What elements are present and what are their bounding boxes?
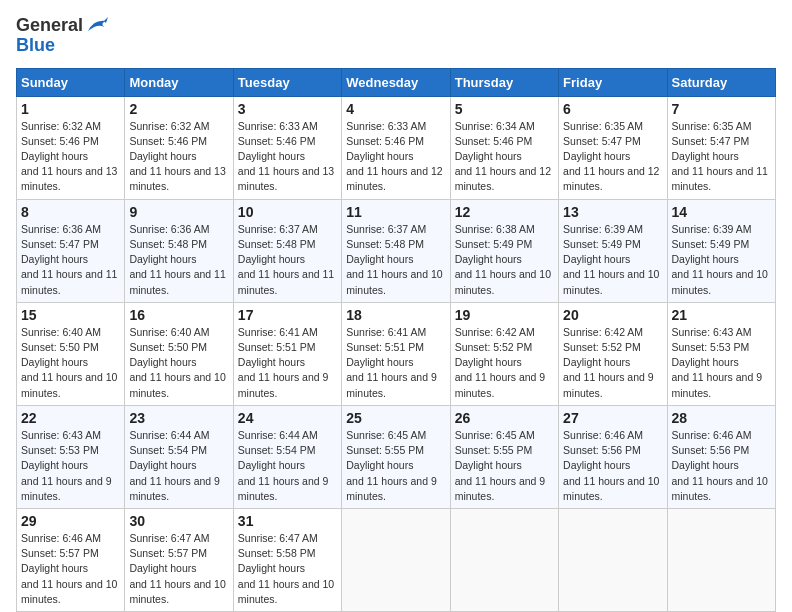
day-detail: Sunrise: 6:41 AMSunset: 5:51 PMDaylight … (346, 325, 445, 401)
day-number: 28 (672, 410, 771, 426)
calendar-day-cell: 14Sunrise: 6:39 AMSunset: 5:49 PMDayligh… (667, 199, 775, 302)
calendar-week-row: 22Sunrise: 6:43 AMSunset: 5:53 PMDayligh… (17, 405, 776, 508)
calendar-day-cell: 25Sunrise: 6:45 AMSunset: 5:55 PMDayligh… (342, 405, 450, 508)
day-number: 4 (346, 101, 445, 117)
day-detail: Sunrise: 6:35 AMSunset: 5:47 PMDaylight … (672, 119, 771, 195)
calendar-day-cell (667, 508, 775, 611)
calendar-day-cell: 22Sunrise: 6:43 AMSunset: 5:53 PMDayligh… (17, 405, 125, 508)
day-number: 31 (238, 513, 337, 529)
calendar-day-cell: 30Sunrise: 6:47 AMSunset: 5:57 PMDayligh… (125, 508, 233, 611)
day-detail: Sunrise: 6:36 AMSunset: 5:47 PMDaylight … (21, 222, 120, 298)
day-detail: Sunrise: 6:36 AMSunset: 5:48 PMDaylight … (129, 222, 228, 298)
day-number: 23 (129, 410, 228, 426)
day-detail: Sunrise: 6:44 AMSunset: 5:54 PMDaylight … (238, 428, 337, 504)
day-number: 12 (455, 204, 554, 220)
calendar-day-cell: 11Sunrise: 6:37 AMSunset: 5:48 PMDayligh… (342, 199, 450, 302)
calendar-day-cell: 17Sunrise: 6:41 AMSunset: 5:51 PMDayligh… (233, 302, 341, 405)
calendar-day-cell: 8Sunrise: 6:36 AMSunset: 5:47 PMDaylight… (17, 199, 125, 302)
weekday-header: Saturday (667, 68, 775, 96)
calendar-day-cell: 28Sunrise: 6:46 AMSunset: 5:56 PMDayligh… (667, 405, 775, 508)
calendar-day-cell: 7Sunrise: 6:35 AMSunset: 5:47 PMDaylight… (667, 96, 775, 199)
day-number: 26 (455, 410, 554, 426)
day-number: 14 (672, 204, 771, 220)
calendar-day-cell: 3Sunrise: 6:33 AMSunset: 5:46 PMDaylight… (233, 96, 341, 199)
day-number: 10 (238, 204, 337, 220)
calendar-day-cell: 23Sunrise: 6:44 AMSunset: 5:54 PMDayligh… (125, 405, 233, 508)
day-detail: Sunrise: 6:35 AMSunset: 5:47 PMDaylight … (563, 119, 662, 195)
day-number: 2 (129, 101, 228, 117)
day-number: 30 (129, 513, 228, 529)
day-detail: Sunrise: 6:45 AMSunset: 5:55 PMDaylight … (346, 428, 445, 504)
calendar-day-cell: 29Sunrise: 6:46 AMSunset: 5:57 PMDayligh… (17, 508, 125, 611)
logo-container: General Blue (16, 16, 108, 56)
calendar-day-cell: 1Sunrise: 6:32 AMSunset: 5:46 PMDaylight… (17, 96, 125, 199)
day-detail: Sunrise: 6:37 AMSunset: 5:48 PMDaylight … (346, 222, 445, 298)
day-number: 3 (238, 101, 337, 117)
day-detail: Sunrise: 6:47 AMSunset: 5:57 PMDaylight … (129, 531, 228, 607)
calendar-day-cell: 24Sunrise: 6:44 AMSunset: 5:54 PMDayligh… (233, 405, 341, 508)
calendar-day-cell: 9Sunrise: 6:36 AMSunset: 5:48 PMDaylight… (125, 199, 233, 302)
calendar-day-cell: 15Sunrise: 6:40 AMSunset: 5:50 PMDayligh… (17, 302, 125, 405)
header: General Blue (16, 16, 776, 56)
calendar-week-row: 29Sunrise: 6:46 AMSunset: 5:57 PMDayligh… (17, 508, 776, 611)
day-detail: Sunrise: 6:44 AMSunset: 5:54 PMDaylight … (129, 428, 228, 504)
day-detail: Sunrise: 6:43 AMSunset: 5:53 PMDaylight … (672, 325, 771, 401)
day-number: 15 (21, 307, 120, 323)
day-number: 19 (455, 307, 554, 323)
day-detail: Sunrise: 6:33 AMSunset: 5:46 PMDaylight … (346, 119, 445, 195)
day-detail: Sunrise: 6:40 AMSunset: 5:50 PMDaylight … (129, 325, 228, 401)
day-number: 13 (563, 204, 662, 220)
day-detail: Sunrise: 6:45 AMSunset: 5:55 PMDaylight … (455, 428, 554, 504)
day-number: 24 (238, 410, 337, 426)
calendar-week-row: 15Sunrise: 6:40 AMSunset: 5:50 PMDayligh… (17, 302, 776, 405)
day-number: 7 (672, 101, 771, 117)
day-number: 16 (129, 307, 228, 323)
calendar-day-cell: 4Sunrise: 6:33 AMSunset: 5:46 PMDaylight… (342, 96, 450, 199)
day-number: 18 (346, 307, 445, 323)
day-detail: Sunrise: 6:32 AMSunset: 5:46 PMDaylight … (129, 119, 228, 195)
weekday-header: Wednesday (342, 68, 450, 96)
day-detail: Sunrise: 6:43 AMSunset: 5:53 PMDaylight … (21, 428, 120, 504)
calendar-day-cell: 2Sunrise: 6:32 AMSunset: 5:46 PMDaylight… (125, 96, 233, 199)
day-detail: Sunrise: 6:46 AMSunset: 5:57 PMDaylight … (21, 531, 120, 607)
calendar-day-cell (342, 508, 450, 611)
day-detail: Sunrise: 6:42 AMSunset: 5:52 PMDaylight … (455, 325, 554, 401)
calendar-table: SundayMondayTuesdayWednesdayThursdayFrid… (16, 68, 776, 612)
day-number: 29 (21, 513, 120, 529)
logo-bird-icon (86, 17, 108, 35)
day-detail: Sunrise: 6:34 AMSunset: 5:46 PMDaylight … (455, 119, 554, 195)
day-detail: Sunrise: 6:47 AMSunset: 5:58 PMDaylight … (238, 531, 337, 607)
day-number: 22 (21, 410, 120, 426)
day-number: 1 (21, 101, 120, 117)
calendar-day-cell: 12Sunrise: 6:38 AMSunset: 5:49 PMDayligh… (450, 199, 558, 302)
calendar-week-row: 8Sunrise: 6:36 AMSunset: 5:47 PMDaylight… (17, 199, 776, 302)
calendar-day-cell: 5Sunrise: 6:34 AMSunset: 5:46 PMDaylight… (450, 96, 558, 199)
weekday-header: Friday (559, 68, 667, 96)
day-number: 25 (346, 410, 445, 426)
day-detail: Sunrise: 6:33 AMSunset: 5:46 PMDaylight … (238, 119, 337, 195)
day-number: 11 (346, 204, 445, 220)
logo: General Blue (16, 16, 108, 56)
calendar-week-row: 1Sunrise: 6:32 AMSunset: 5:46 PMDaylight… (17, 96, 776, 199)
logo-general: General (16, 16, 83, 36)
day-number: 8 (21, 204, 120, 220)
weekday-header: Sunday (17, 68, 125, 96)
calendar-day-cell: 10Sunrise: 6:37 AMSunset: 5:48 PMDayligh… (233, 199, 341, 302)
day-detail: Sunrise: 6:39 AMSunset: 5:49 PMDaylight … (563, 222, 662, 298)
day-detail: Sunrise: 6:46 AMSunset: 5:56 PMDaylight … (563, 428, 662, 504)
day-detail: Sunrise: 6:46 AMSunset: 5:56 PMDaylight … (672, 428, 771, 504)
calendar-day-cell: 6Sunrise: 6:35 AMSunset: 5:47 PMDaylight… (559, 96, 667, 199)
logo-blue: Blue (16, 36, 55, 56)
day-number: 27 (563, 410, 662, 426)
weekday-header-row: SundayMondayTuesdayWednesdayThursdayFrid… (17, 68, 776, 96)
weekday-header: Tuesday (233, 68, 341, 96)
calendar-day-cell: 31Sunrise: 6:47 AMSunset: 5:58 PMDayligh… (233, 508, 341, 611)
calendar-day-cell: 18Sunrise: 6:41 AMSunset: 5:51 PMDayligh… (342, 302, 450, 405)
day-number: 17 (238, 307, 337, 323)
day-number: 6 (563, 101, 662, 117)
calendar-day-cell: 27Sunrise: 6:46 AMSunset: 5:56 PMDayligh… (559, 405, 667, 508)
day-number: 21 (672, 307, 771, 323)
weekday-header: Monday (125, 68, 233, 96)
weekday-header: Thursday (450, 68, 558, 96)
calendar-day-cell: 16Sunrise: 6:40 AMSunset: 5:50 PMDayligh… (125, 302, 233, 405)
